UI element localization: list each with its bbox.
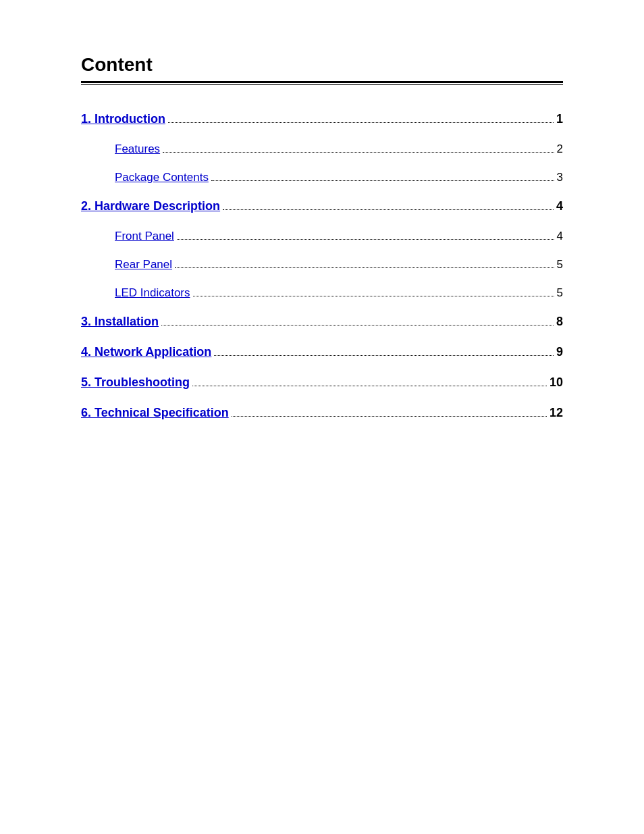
toc-dots-rear-panel <box>175 267 554 268</box>
toc-page-installation: 8 <box>556 315 563 329</box>
toc-dots-installation <box>161 325 554 325</box>
toc-link-rear-panel[interactable]: Rear Panel <box>115 258 172 271</box>
toc-page-technical-specification: 12 <box>549 406 563 420</box>
toc-item-introduction: 1. Introduction1 <box>81 112 563 126</box>
toc-link-troubleshooting[interactable]: 5. Troubleshooting <box>81 375 190 390</box>
toc-dots-hardware-description <box>223 209 554 210</box>
title-divider-thin <box>81 84 563 85</box>
toc-item-hardware-description: 2. Hardware Description4 <box>81 199 563 213</box>
toc-page-network-application: 9 <box>556 345 563 359</box>
toc-dots-package-contents <box>211 180 554 181</box>
table-of-contents: 1. Introduction1Features2Package Content… <box>81 112 563 420</box>
toc-page-front-panel: 4 <box>557 230 563 243</box>
toc-item-troubleshooting: 5. Troubleshooting10 <box>81 375 563 390</box>
page: Content 1. Introduction1Features2Package… <box>0 0 644 834</box>
toc-page-rear-panel: 5 <box>557 258 563 271</box>
toc-link-introduction[interactable]: 1. Introduction <box>81 112 165 126</box>
toc-link-hardware-description[interactable]: 2. Hardware Description <box>81 199 220 213</box>
toc-link-technical-specification[interactable]: 6. Technical Specification <box>81 406 229 420</box>
toc-link-led-indicators[interactable]: LED Indicators <box>115 286 190 300</box>
toc-item-led-indicators: LED Indicators5 <box>81 286 563 300</box>
toc-dots-introduction <box>168 122 554 123</box>
toc-dots-front-panel <box>177 239 554 240</box>
toc-page-features: 2 <box>557 142 563 156</box>
toc-page-led-indicators: 5 <box>557 286 563 300</box>
toc-item-technical-specification: 6. Technical Specification12 <box>81 406 563 420</box>
title-divider-thick <box>81 81 563 83</box>
toc-link-installation[interactable]: 3. Installation <box>81 315 159 329</box>
toc-item-installation: 3. Installation8 <box>81 315 563 329</box>
toc-item-rear-panel: Rear Panel5 <box>81 258 563 271</box>
toc-page-troubleshooting: 10 <box>549 375 563 390</box>
toc-dots-led-indicators <box>193 296 554 296</box>
toc-dots-features <box>163 152 554 153</box>
toc-item-network-application: 4. Network Application9 <box>81 345 563 359</box>
toc-item-package-contents: Package Contents3 <box>81 171 563 184</box>
toc-link-package-contents[interactable]: Package Contents <box>115 171 209 184</box>
toc-page-introduction: 1 <box>556 112 563 126</box>
toc-link-front-panel[interactable]: Front Panel <box>115 230 174 243</box>
toc-page-package-contents: 3 <box>557 171 563 184</box>
toc-link-features[interactable]: Features <box>115 142 160 156</box>
page-title: Content <box>81 54 563 76</box>
toc-dots-network-application <box>214 355 554 356</box>
toc-item-front-panel: Front Panel4 <box>81 230 563 243</box>
toc-dots-troubleshooting <box>192 386 547 386</box>
toc-link-network-application[interactable]: 4. Network Application <box>81 345 211 359</box>
toc-item-features: Features2 <box>81 142 563 156</box>
toc-dots-technical-specification <box>232 416 547 417</box>
toc-page-hardware-description: 4 <box>556 199 563 213</box>
